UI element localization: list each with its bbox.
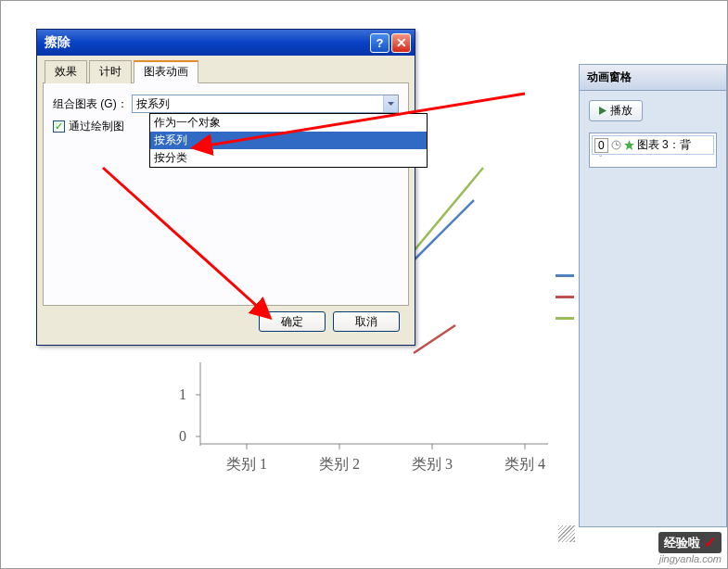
y-tick-1: 1 bbox=[179, 386, 186, 402]
combo-dropdown-list: 作为一个对象 按系列 按分类 bbox=[149, 113, 428, 168]
svg-line-2 bbox=[414, 325, 455, 353]
play-icon bbox=[599, 107, 607, 115]
animation-list: 0 图表 3：背 ˇ bbox=[589, 133, 717, 168]
check-icon: ✓ bbox=[704, 534, 716, 551]
cancel-button[interactable]: 取消 bbox=[333, 311, 400, 332]
expand-toggle[interactable]: ˇ bbox=[592, 155, 714, 165]
anim-item-text: 图表 3：背 bbox=[637, 137, 691, 153]
svg-marker-11 bbox=[388, 102, 394, 106]
x-cat-4: 类别 4 bbox=[504, 456, 545, 472]
ok-button[interactable]: 确定 bbox=[259, 311, 326, 332]
draw-chart-checkbox[interactable]: ✓ bbox=[53, 120, 65, 133]
legend-bar-red bbox=[556, 296, 574, 298]
checkbox-label: 通过绘制图 bbox=[69, 119, 124, 134]
anim-item-number: 0 bbox=[594, 138, 608, 153]
watermark: 经验啦 ✓ jingyanla.com bbox=[658, 532, 722, 564]
animation-pane-title: 动画窗格 bbox=[580, 65, 726, 91]
dropdown-option-by-category[interactable]: 按分类 bbox=[150, 149, 427, 167]
resize-grip[interactable] bbox=[558, 525, 575, 542]
x-cat-1: 类别 1 bbox=[226, 456, 267, 472]
tab-timing[interactable]: 计时 bbox=[89, 60, 132, 83]
clock-icon bbox=[611, 140, 621, 150]
dialog-tabs: 效果 计时 图表动画 bbox=[43, 59, 409, 83]
group-chart-label: 组合图表 (G)： bbox=[53, 96, 128, 112]
tab-chart-animation[interactable]: 图表动画 bbox=[134, 60, 198, 83]
watermark-text: 经验啦 bbox=[664, 535, 700, 551]
legend-markers bbox=[556, 274, 574, 338]
x-cat-2: 类别 2 bbox=[319, 456, 360, 472]
erase-dialog: 擦除 ? ✕ 效果 计时 图表动画 组合图表 (G)： 按系列 ✓ bbox=[36, 29, 415, 346]
star-icon bbox=[624, 140, 634, 150]
chevron-down-icon bbox=[388, 102, 394, 106]
dropdown-option-by-series[interactable]: 按系列 bbox=[150, 132, 427, 149]
legend-bar-green bbox=[556, 317, 574, 320]
legend-bar-blue bbox=[556, 274, 574, 277]
x-cat-3: 类别 3 bbox=[412, 456, 453, 472]
dialog-titlebar[interactable]: 擦除 ? ✕ bbox=[37, 30, 415, 56]
tab-effect[interactable]: 效果 bbox=[45, 60, 87, 83]
group-chart-combo[interactable]: 按系列 bbox=[132, 95, 399, 113]
play-button[interactable]: 播放 bbox=[589, 100, 643, 121]
combo-dropdown-button[interactable] bbox=[383, 95, 398, 112]
svg-marker-12 bbox=[599, 107, 607, 115]
svg-marker-16 bbox=[624, 140, 634, 150]
help-button[interactable]: ? bbox=[370, 33, 390, 53]
dialog-title: 擦除 bbox=[45, 34, 370, 51]
y-tick-0: 0 bbox=[179, 428, 186, 444]
animation-item[interactable]: 0 图表 3：背 bbox=[592, 135, 714, 155]
close-button[interactable]: ✕ bbox=[391, 33, 411, 53]
dropdown-option-as-one[interactable]: 作为一个对象 bbox=[150, 114, 427, 132]
play-label: 播放 bbox=[610, 103, 632, 119]
watermark-url: jingyanla.com bbox=[658, 553, 722, 564]
tab-panel: 组合图表 (G)： 按系列 ✓ 通过绘制图 作为一个对象 按系列 按分类 bbox=[43, 83, 409, 306]
combo-value: 按系列 bbox=[133, 96, 383, 112]
animation-pane: 动画窗格 播放 0 图表 3：背 ˇ bbox=[579, 64, 727, 527]
